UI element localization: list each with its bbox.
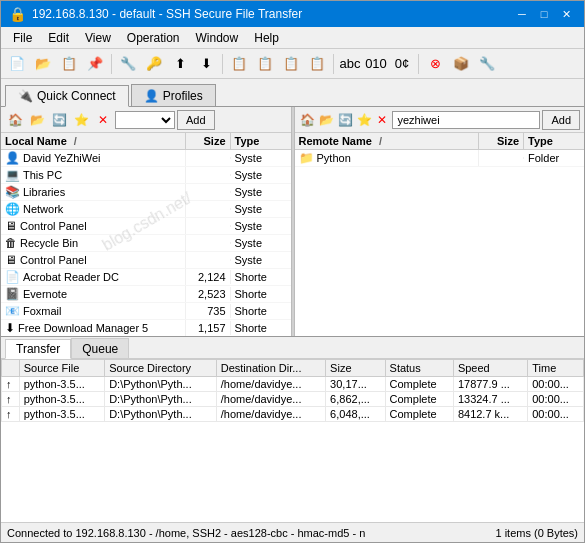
right-panel-toolbar: 🏠 📂 🔄 ⭐ ✕ Add <box>295 107 585 133</box>
transfer-table-row[interactable]: ↑ python-3.5... D:\Python\Pyth... /home/… <box>2 407 584 422</box>
bottom-section: Transfer Queue Source File Source Direct… <box>1 337 584 522</box>
left-col-size: Size <box>186 133 231 149</box>
toolbar-btn-11[interactable]: 📋 <box>279 52 303 76</box>
file-size-cell <box>479 157 524 159</box>
tab-transfer[interactable]: Transfer <box>5 339 71 359</box>
left-file-row[interactable]: 🖥 Control Panel Syste <box>1 252 291 269</box>
toolbar-paste-btn[interactable]: 📌 <box>83 52 107 76</box>
menu-window[interactable]: Window <box>188 29 247 47</box>
left-file-row[interactable]: 📓 Evernote 2,523 Shorte <box>1 286 291 303</box>
file-type-cell: Shorte <box>231 304 291 318</box>
menu-operation[interactable]: Operation <box>119 29 188 47</box>
transfer-source-dir: D:\Python\Pyth... <box>105 407 217 422</box>
right-col-name: Remote Name / <box>295 133 480 149</box>
file-name-cell: 🗑 Recycle Bin <box>1 235 186 251</box>
toolbar-btn-17[interactable]: 📦 <box>449 52 473 76</box>
toolbar-btn-15[interactable]: 0¢ <box>390 52 414 76</box>
file-type-cell: Syste <box>231 185 291 199</box>
status-items: 1 items (0 Bytes) <box>495 527 578 539</box>
left-file-row[interactable]: 💻 This PC Syste <box>1 167 291 184</box>
left-file-row[interactable]: 📚 Libraries Syste <box>1 184 291 201</box>
maximize-button[interactable]: □ <box>534 5 554 23</box>
right-folder-btn[interactable]: 📂 <box>318 110 335 130</box>
right-col-size: Size <box>479 133 524 149</box>
toolbar-btn-9[interactable]: 📋 <box>227 52 251 76</box>
app-icon: 🔒 <box>9 6 26 22</box>
left-path-dropdown[interactable] <box>115 111 175 129</box>
left-file-row[interactable]: 📧 Foxmail 735 Shorte <box>1 303 291 320</box>
tab-queue[interactable]: Queue <box>71 338 129 358</box>
minimize-button[interactable]: ─ <box>512 5 532 23</box>
toolbar-btn-10[interactable]: 📋 <box>253 52 277 76</box>
transfer-status: Complete <box>385 392 453 407</box>
left-panel-toolbar: 🏠 📂 🔄 ⭐ ✕ Add <box>1 107 291 133</box>
right-col-type: Type <box>524 133 584 149</box>
right-path-input[interactable] <box>392 111 540 129</box>
tab-profiles[interactable]: 👤 Profiles <box>131 84 216 106</box>
file-icon: 🗑 <box>5 236 17 250</box>
tab-quick-connect[interactable]: 🔌 Quick Connect <box>5 85 129 107</box>
transfer-size: 6,048,... <box>326 407 385 422</box>
left-folder-btn[interactable]: 📂 <box>27 110 47 130</box>
file-name-cell: ⬇ Free Download Manager 5 <box>1 320 186 336</box>
right-add-btn[interactable]: Add <box>542 110 580 130</box>
toolbar-new-btn[interactable]: 📄 <box>5 52 29 76</box>
left-file-row[interactable]: 🗑 Recycle Bin Syste <box>1 235 291 252</box>
right-delete-btn[interactable]: ✕ <box>375 110 391 130</box>
toolbar-btn-13[interactable]: abc <box>338 52 362 76</box>
right-home-btn[interactable]: 🏠 <box>299 110 316 130</box>
file-size-cell <box>186 191 231 193</box>
toolbar-btn-6[interactable]: 🔑 <box>142 52 166 76</box>
transfer-time: 00:00... <box>528 392 584 407</box>
transfer-table-row[interactable]: ↑ python-3.5... D:\Python\Pyth... /home/… <box>2 377 584 392</box>
left-home-btn[interactable]: 🏠 <box>5 110 25 130</box>
toolbar-btn-12[interactable]: 📋 <box>305 52 329 76</box>
left-file-row[interactable]: ⬇ Free Download Manager 5 1,157 Shorte <box>1 320 291 336</box>
toolbar-btn-8[interactable]: ⬇ <box>194 52 218 76</box>
left-file-row[interactable]: 👤 David YeZhiWei Syste <box>1 150 291 167</box>
tab-profiles-icon: 👤 <box>144 89 159 103</box>
transfer-status: Complete <box>385 377 453 392</box>
file-type-cell: Shorte <box>231 287 291 301</box>
file-icon: 📁 <box>299 151 314 165</box>
file-name-cell: 📄 Acrobat Reader DC <box>1 269 186 285</box>
right-refresh-btn[interactable]: 🔄 <box>337 110 354 130</box>
file-size-cell <box>186 225 231 227</box>
menu-view[interactable]: View <box>77 29 119 47</box>
title-controls: ─ □ ✕ <box>512 5 576 23</box>
left-file-row[interactable]: 🌐 Network Syste <box>1 201 291 218</box>
menu-file[interactable]: File <box>5 29 40 47</box>
left-star-btn[interactable]: ⭐ <box>71 110 91 130</box>
file-size-cell <box>186 242 231 244</box>
toolbar-open-btn[interactable]: 📂 <box>31 52 55 76</box>
toolbar-btn-18[interactable]: 🔧 <box>475 52 499 76</box>
left-add-btn[interactable]: Add <box>177 110 215 130</box>
file-name-cell: 💻 This PC <box>1 167 186 183</box>
file-type-cell: Syste <box>231 253 291 267</box>
file-size-cell: 1,157 <box>186 321 231 335</box>
toolbar-cancel-btn[interactable]: ⊗ <box>423 52 447 76</box>
right-star-btn[interactable]: ⭐ <box>356 110 373 130</box>
file-name-cell: 📓 Evernote <box>1 286 186 302</box>
file-name-cell: 📧 Foxmail <box>1 303 186 319</box>
left-delete-btn[interactable]: ✕ <box>93 110 113 130</box>
transfer-table-row[interactable]: ↑ python-3.5... D:\Python\Pyth... /home/… <box>2 392 584 407</box>
file-type-cell: Syste <box>231 202 291 216</box>
toolbar-btn-5[interactable]: 🔧 <box>116 52 140 76</box>
th-status: Status <box>385 360 453 377</box>
menu-edit[interactable]: Edit <box>40 29 77 47</box>
left-file-row[interactable]: 📄 Acrobat Reader DC 2,124 Shorte <box>1 269 291 286</box>
file-size-cell <box>186 259 231 261</box>
toolbar-btn-14[interactable]: 010 <box>364 52 388 76</box>
left-col-name: Local Name / <box>1 133 186 149</box>
toolbar-copy-btn[interactable]: 📋 <box>57 52 81 76</box>
close-button[interactable]: ✕ <box>556 5 576 23</box>
left-refresh-btn[interactable]: 🔄 <box>49 110 69 130</box>
toolbar-btn-7[interactable]: ⬆ <box>168 52 192 76</box>
left-file-row[interactable]: 🖥 Control Panel Syste <box>1 218 291 235</box>
file-icon: 🖥 <box>5 253 17 267</box>
menu-help[interactable]: Help <box>246 29 287 47</box>
toolbar-sep-3 <box>333 54 334 74</box>
right-file-row[interactable]: 📁 Python Folder <box>295 150 585 167</box>
title-bar-left: 🔒 192.168.8.130 - default - SSH Secure F… <box>9 6 302 22</box>
